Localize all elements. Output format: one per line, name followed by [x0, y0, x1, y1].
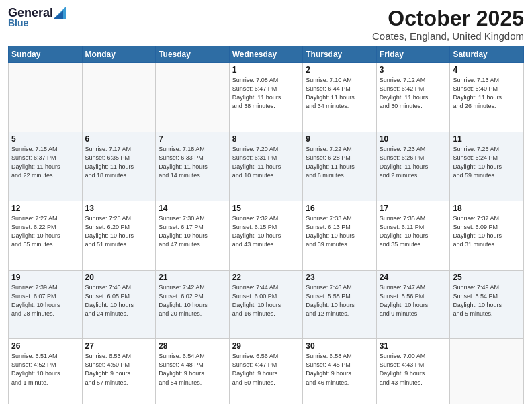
table-row: 26Sunrise: 6:51 AMSunset: 4:52 PMDayligh…	[9, 339, 83, 404]
col-saturday: Saturday	[450, 46, 524, 63]
calendar-week-2: 5Sunrise: 7:15 AMSunset: 6:37 PMDaylight…	[9, 132, 524, 201]
day-number: 4	[453, 65, 521, 75]
day-info: Sunrise: 7:13 AMSunset: 6:40 PMDaylight:…	[453, 76, 521, 111]
header-row: Sunday Monday Tuesday Wednesday Thursday…	[9, 46, 524, 63]
day-number: 29	[232, 341, 300, 351]
day-number: 2	[306, 65, 373, 75]
day-info: Sunrise: 7:10 AMSunset: 6:44 PMDaylight:…	[306, 76, 373, 111]
day-info: Sunrise: 7:08 AMSunset: 6:47 PMDaylight:…	[232, 76, 300, 111]
col-sunday: Sunday	[9, 46, 83, 63]
table-row: 31Sunrise: 7:00 AMSunset: 4:43 PMDayligh…	[376, 339, 450, 404]
col-thursday: Thursday	[303, 46, 377, 63]
table-row: 1Sunrise: 7:08 AMSunset: 6:47 PMDaylight…	[229, 63, 303, 132]
day-number: 25	[453, 273, 521, 282]
table-row: 21Sunrise: 7:42 AMSunset: 6:02 PMDayligh…	[156, 270, 230, 339]
day-number: 3	[380, 65, 447, 75]
calendar-week-4: 19Sunrise: 7:39 AMSunset: 6:07 PMDayligh…	[9, 270, 524, 339]
day-number: 27	[85, 341, 153, 351]
day-number: 21	[159, 273, 226, 282]
day-number: 9	[306, 134, 373, 144]
day-info: Sunrise: 7:49 AMSunset: 5:54 PMDaylight:…	[453, 283, 521, 318]
day-info: Sunrise: 7:27 AMSunset: 6:22 PMDaylight:…	[11, 214, 79, 249]
day-number: 18	[453, 203, 521, 213]
calendar-table: Sunday Monday Tuesday Wednesday Thursday…	[8, 46, 524, 404]
day-info: Sunrise: 7:33 AMSunset: 6:13 PMDaylight:…	[306, 214, 373, 249]
header: General Blue October 2025 Coates, Englan…	[8, 7, 524, 42]
svg-marker-1	[54, 11, 63, 19]
day-number: 16	[306, 203, 373, 213]
table-row	[9, 63, 83, 132]
table-row: 19Sunrise: 7:39 AMSunset: 6:07 PMDayligh…	[9, 270, 83, 339]
day-info: Sunrise: 6:58 AMSunset: 4:45 PMDaylight:…	[306, 352, 373, 387]
day-info: Sunrise: 7:30 AMSunset: 6:17 PMDaylight:…	[159, 214, 226, 249]
table-row: 15Sunrise: 7:32 AMSunset: 6:15 PMDayligh…	[229, 201, 303, 270]
day-info: Sunrise: 7:00 AMSunset: 4:43 PMDaylight:…	[380, 352, 447, 387]
table-row: 18Sunrise: 7:37 AMSunset: 6:09 PMDayligh…	[450, 201, 524, 270]
calendar-week-5: 26Sunrise: 6:51 AMSunset: 4:52 PMDayligh…	[9, 339, 524, 404]
day-number: 13	[85, 203, 153, 213]
table-row: 25Sunrise: 7:49 AMSunset: 5:54 PMDayligh…	[450, 270, 524, 339]
table-row: 24Sunrise: 7:47 AMSunset: 5:56 PMDayligh…	[376, 270, 450, 339]
col-wednesday: Wednesday	[229, 46, 303, 63]
table-row: 16Sunrise: 7:33 AMSunset: 6:13 PMDayligh…	[303, 201, 377, 270]
logo-wing-icon	[54, 4, 66, 19]
table-row: 4Sunrise: 7:13 AMSunset: 6:40 PMDaylight…	[450, 63, 524, 132]
table-row: 14Sunrise: 7:30 AMSunset: 6:17 PMDayligh…	[156, 201, 230, 270]
day-number: 17	[380, 203, 447, 213]
title-block: October 2025 Coates, England, United Kin…	[372, 7, 524, 42]
day-info: Sunrise: 7:40 AMSunset: 6:05 PMDaylight:…	[85, 283, 153, 318]
day-info: Sunrise: 7:28 AMSunset: 6:20 PMDaylight:…	[85, 214, 153, 249]
table-row: 11Sunrise: 7:25 AMSunset: 6:24 PMDayligh…	[450, 132, 524, 201]
day-number: 6	[85, 134, 153, 144]
table-row: 3Sunrise: 7:12 AMSunset: 6:42 PMDaylight…	[376, 63, 450, 132]
table-row	[82, 63, 156, 132]
day-info: Sunrise: 7:23 AMSunset: 6:26 PMDaylight:…	[380, 145, 447, 180]
col-monday: Monday	[82, 46, 156, 63]
logo: General Blue	[8, 7, 66, 28]
day-number: 7	[159, 134, 226, 144]
day-info: Sunrise: 7:37 AMSunset: 6:09 PMDaylight:…	[453, 214, 521, 249]
day-info: Sunrise: 6:54 AMSunset: 4:48 PMDaylight:…	[159, 352, 226, 387]
day-number: 30	[306, 341, 373, 351]
table-row: 12Sunrise: 7:27 AMSunset: 6:22 PMDayligh…	[9, 201, 83, 270]
day-number: 15	[232, 203, 300, 213]
day-info: Sunrise: 6:51 AMSunset: 4:52 PMDaylight:…	[11, 352, 79, 387]
col-tuesday: Tuesday	[156, 46, 230, 63]
day-info: Sunrise: 7:17 AMSunset: 6:35 PMDaylight:…	[85, 145, 153, 180]
day-info: Sunrise: 7:15 AMSunset: 6:37 PMDaylight:…	[11, 145, 79, 180]
table-row: 6Sunrise: 7:17 AMSunset: 6:35 PMDaylight…	[82, 132, 156, 201]
col-friday: Friday	[376, 46, 450, 63]
day-number: 12	[11, 203, 79, 213]
table-row: 9Sunrise: 7:22 AMSunset: 6:28 PMDaylight…	[303, 132, 377, 201]
day-info: Sunrise: 7:25 AMSunset: 6:24 PMDaylight:…	[453, 145, 521, 180]
table-row: 22Sunrise: 7:44 AMSunset: 6:00 PMDayligh…	[229, 270, 303, 339]
table-row: 17Sunrise: 7:35 AMSunset: 6:11 PMDayligh…	[376, 201, 450, 270]
day-number: 14	[159, 203, 226, 213]
day-number: 24	[380, 273, 447, 282]
day-info: Sunrise: 7:32 AMSunset: 6:15 PMDaylight:…	[232, 214, 300, 249]
day-number: 5	[11, 134, 79, 144]
page: General Blue October 2025 Coates, Englan…	[0, 0, 532, 411]
day-number: 22	[232, 273, 300, 282]
table-row: 27Sunrise: 6:53 AMSunset: 4:50 PMDayligh…	[82, 339, 156, 404]
table-row: 23Sunrise: 7:46 AMSunset: 5:58 PMDayligh…	[303, 270, 377, 339]
day-info: Sunrise: 7:18 AMSunset: 6:33 PMDaylight:…	[159, 145, 226, 180]
table-row: 5Sunrise: 7:15 AMSunset: 6:37 PMDaylight…	[9, 132, 83, 201]
month-title: October 2025	[372, 7, 524, 30]
day-info: Sunrise: 7:42 AMSunset: 6:02 PMDaylight:…	[159, 283, 226, 318]
day-number: 26	[11, 341, 79, 351]
table-row: 8Sunrise: 7:20 AMSunset: 6:31 PMDaylight…	[229, 132, 303, 201]
day-number: 28	[159, 341, 226, 351]
day-number: 10	[380, 134, 447, 144]
day-info: Sunrise: 7:46 AMSunset: 5:58 PMDaylight:…	[306, 283, 373, 318]
day-number: 23	[306, 273, 373, 282]
table-row: 20Sunrise: 7:40 AMSunset: 6:05 PMDayligh…	[82, 270, 156, 339]
day-number: 8	[232, 134, 300, 144]
day-number: 20	[85, 273, 153, 282]
logo-subtitle: Blue	[8, 17, 28, 28]
day-info: Sunrise: 6:53 AMSunset: 4:50 PMDaylight:…	[85, 352, 153, 387]
table-row	[156, 63, 230, 132]
day-info: Sunrise: 7:44 AMSunset: 6:00 PMDaylight:…	[232, 283, 300, 318]
table-row: 30Sunrise: 6:58 AMSunset: 4:45 PMDayligh…	[303, 339, 377, 404]
day-info: Sunrise: 7:35 AMSunset: 6:11 PMDaylight:…	[380, 214, 447, 249]
